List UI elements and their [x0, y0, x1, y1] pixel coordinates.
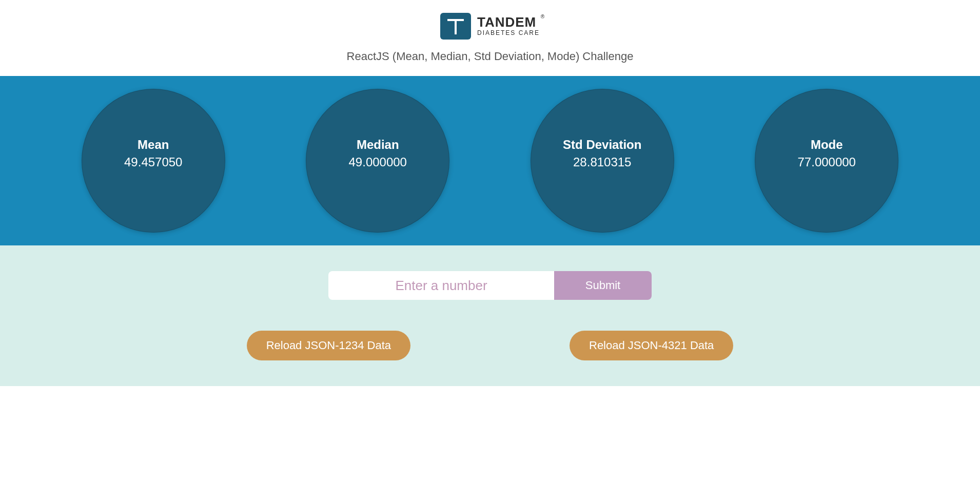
stat-label: Std Deviation — [563, 138, 641, 152]
logo-text: TANDEM DIABETES CARE — [477, 15, 540, 37]
controls-section: Submit Reload JSON-1234 Data Reload JSON… — [0, 245, 980, 386]
reload-1234-button[interactable]: Reload JSON-1234 Data — [247, 331, 410, 360]
stat-value: 49.000000 — [349, 155, 407, 169]
number-input[interactable] — [328, 271, 554, 300]
stat-label: Median — [357, 138, 399, 152]
logo: TANDEM DIABETES CARE — [0, 13, 980, 40]
stat-median: Median 49.000000 — [306, 89, 449, 233]
stat-value: 77.000000 — [798, 155, 856, 169]
tandem-logo-icon — [440, 13, 471, 40]
stats-band: Mean 49.457050 Median 49.000000 Std Devi… — [0, 76, 980, 245]
page-subtitle: ReactJS (Mean, Median, Std Deviation, Mo… — [0, 50, 980, 63]
reload-4321-button[interactable]: Reload JSON-4321 Data — [570, 331, 733, 360]
stat-label: Mode — [811, 138, 843, 152]
stat-mode: Mode 77.000000 — [755, 89, 898, 233]
input-row: Submit — [0, 271, 980, 300]
stat-value: 28.810315 — [573, 155, 631, 169]
stat-mean: Mean 49.457050 — [82, 89, 225, 233]
header: TANDEM DIABETES CARE ReactJS (Mean, Medi… — [0, 0, 980, 76]
brand-subtitle: DIABETES CARE — [477, 29, 540, 37]
brand-name: TANDEM — [477, 15, 540, 29]
submit-button[interactable]: Submit — [554, 271, 652, 300]
reload-row: Reload JSON-1234 Data Reload JSON-4321 D… — [0, 331, 980, 360]
stat-label: Mean — [138, 138, 169, 152]
stat-std-deviation: Std Deviation 28.810315 — [531, 89, 674, 233]
stat-value: 49.457050 — [124, 155, 182, 169]
